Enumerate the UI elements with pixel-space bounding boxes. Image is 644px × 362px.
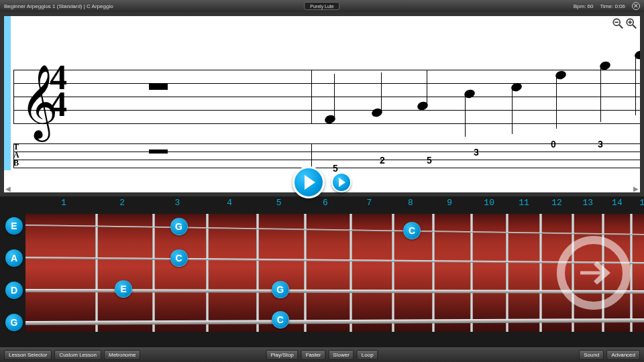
metronome-button[interactable]: Metronome — [104, 350, 140, 360]
loop-button[interactable]: Loop — [357, 350, 378, 360]
note-stem — [600, 67, 601, 122]
brand-badge: Purely Lute — [304, 2, 339, 10]
fingering-dot[interactable]: C — [170, 249, 188, 267]
fret-number: 11 — [519, 198, 529, 208]
arrow-right-icon — [574, 253, 614, 293]
fret-number: 8 — [408, 198, 413, 208]
score-panel: 𝄞 4 4 TAB 525303 ◀ ▶ — [0, 12, 644, 196]
fingering-dot[interactable]: C — [272, 311, 289, 328]
fret-number: 5 — [276, 198, 282, 208]
note-stem — [512, 88, 513, 134]
play-button-secondary[interactable] — [331, 172, 352, 192]
fret-number: 4 — [227, 198, 232, 208]
close-icon: ✕ — [633, 3, 639, 9]
open-string-label[interactable]: G — [5, 314, 23, 331]
faster-button[interactable]: Faster — [301, 350, 326, 360]
fingering-dot[interactable]: G — [272, 281, 289, 298]
tab-number: 0 — [551, 139, 556, 149]
custom-lesson-button[interactable]: Custom Lesson — [54, 350, 101, 360]
fret-number: 7 — [366, 198, 372, 208]
fretboard-panel: GCCEGC EADG — [0, 210, 644, 347]
tab-number: 5 — [427, 155, 432, 166]
fret-number: 13 — [582, 198, 593, 208]
fret-number: 15 — [639, 198, 644, 208]
note-stem — [465, 95, 466, 137]
neck: GCCEGC — [25, 214, 644, 332]
top-bar: Beginner Arpeggios 1 (Standard) | C Arpe… — [0, 0, 644, 12]
zoom-out-icon — [612, 17, 624, 29]
tab-number: 3 — [474, 147, 479, 158]
note-stem — [381, 72, 382, 113]
play-button-main[interactable] — [292, 166, 325, 198]
zoom-in-button[interactable] — [625, 17, 637, 29]
fret-number: 12 — [551, 198, 562, 208]
note-head — [634, 50, 640, 60]
fret-number: 3 — [175, 198, 180, 208]
fret-number: 1 — [61, 198, 66, 208]
zoom-out-button[interactable] — [612, 17, 624, 29]
play-stop-button[interactable]: Play/Stop — [266, 350, 298, 360]
lesson-title: Beginner Arpeggios 1 (Standard) | C Arpe… — [4, 3, 113, 9]
lesson-selector-button[interactable]: Lesson Selector — [4, 350, 52, 360]
fret-number: 14 — [612, 198, 623, 208]
note-stem — [556, 76, 557, 129]
fingering-dot[interactable]: C — [403, 222, 421, 239]
fret-number: 2 — [119, 198, 125, 208]
sound-button[interactable]: Sound — [579, 350, 604, 360]
svg-line-4 — [633, 25, 636, 28]
playhead-cursor — [4, 16, 11, 170]
zoom-in-icon — [625, 17, 637, 29]
fret-number-row: 123456789101112131415 — [0, 196, 644, 210]
fingering-dot[interactable]: G — [170, 218, 188, 235]
svg-line-1 — [619, 25, 623, 28]
bpm-readout: Bpm: 60 — [574, 3, 594, 9]
time-readout: Time: 0:06 — [600, 3, 626, 9]
timesig-bot: 4 — [50, 91, 67, 118]
tab-number: 2 — [380, 155, 385, 166]
note-stem — [334, 74, 335, 119]
whole-rest — [149, 83, 168, 90]
fret-number: 6 — [323, 198, 328, 208]
tab-number: 3 — [598, 139, 603, 149]
bottom-bar: Lesson SelectorCustom LessonMetronome Pl… — [0, 347, 644, 362]
fret-number: 10 — [484, 198, 494, 208]
open-string-label[interactable]: D — [5, 282, 23, 299]
next-position-button[interactable] — [557, 236, 631, 310]
play-small-icon — [339, 178, 345, 187]
close-button[interactable]: ✕ — [632, 2, 640, 10]
slower-button[interactable]: Slower — [328, 350, 354, 360]
advanced-button[interactable]: Advanced — [606, 350, 640, 360]
play-icon — [305, 175, 315, 190]
open-string-label[interactable]: A — [5, 249, 23, 267]
note-stem — [635, 56, 636, 115]
note-stem — [427, 70, 427, 106]
fret-number: 9 — [447, 198, 452, 208]
open-string-label[interactable]: E — [5, 217, 23, 235]
